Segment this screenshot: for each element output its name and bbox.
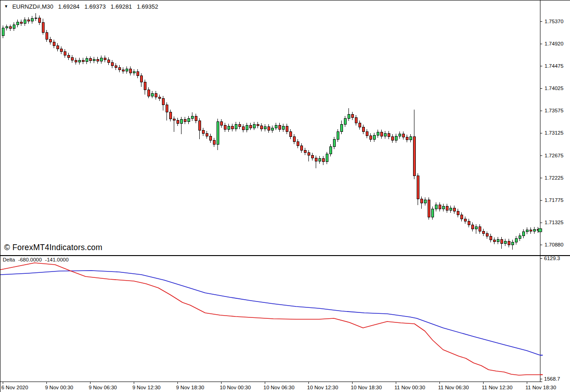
price-tick-label: 1.73125 <box>545 130 564 136</box>
time-tick-label: 9 Nov 00:30 <box>45 385 73 390</box>
quote-open: 1.69284 <box>58 3 80 10</box>
time-tick-label: 10 Nov 18:30 <box>351 385 382 390</box>
time-axis[interactable]: 6 Nov 20209 Nov 00:309 Nov 06:309 Nov 12… <box>1 382 556 390</box>
time-tick-label: 9 Nov 06:30 <box>89 385 117 390</box>
indicator-name-label: Delta -680.0000 -141.0000 <box>3 257 71 262</box>
mt4-chart-window: 1.753701.749201.744751.740251.735751.731… <box>0 0 570 392</box>
indicator-value-2: -141.0000 <box>45 257 69 262</box>
price-tick-label: 1.70880 <box>545 242 564 247</box>
delta-slow-blue <box>0 271 540 355</box>
time-tick-label: 11 Nov 06:30 <box>438 385 469 390</box>
chart-canvas[interactable]: 1.753701.749201.744751.740251.735751.731… <box>0 0 570 392</box>
quote-high: 1.69373 <box>84 3 106 10</box>
price-tick-label: 1.74475 <box>545 63 564 69</box>
time-tick-label: 11 Nov 12:30 <box>482 385 513 390</box>
indicator-name: Delta <box>3 257 15 262</box>
indicator-tick-label: 6129.3 <box>544 256 560 261</box>
indicator-line-series <box>0 263 543 375</box>
price-tick-label: 1.72225 <box>545 175 564 181</box>
indicator-axis[interactable]: 6129.31568.7 <box>540 256 560 382</box>
time-tick-label: 11 Nov 18:30 <box>525 385 556 390</box>
price-tick-label: 1.74025 <box>545 85 564 91</box>
delta-fast-red <box>0 263 540 375</box>
symbol-period-label: EURNZD#,M30 <box>12 3 53 10</box>
price-tick-label: 1.72675 <box>545 153 564 158</box>
symbol-dropdown-triangle-icon[interactable]: ▼ <box>4 4 8 9</box>
chart-title-bar: ▼EURNZD#,M30 1.69284 1.69373 1.69281 1.6… <box>4 3 161 10</box>
time-tick-label: 6 Nov 2020 <box>1 385 28 390</box>
watermark-text: © ForexMT4Indicators.com <box>4 243 102 252</box>
time-tick-label: 10 Nov 12:30 <box>307 385 338 390</box>
price-tick-label: 1.71325 <box>545 220 564 225</box>
price-tick-label: 1.75370 <box>545 19 564 24</box>
price-axis[interactable]: 1.753701.749201.744751.740251.735751.731… <box>538 19 564 247</box>
time-tick-label: 9 Nov 18:30 <box>176 385 204 390</box>
indicator-value-1: -680.0000 <box>18 257 42 262</box>
price-tick-label: 1.73575 <box>545 108 564 113</box>
quote-close: 1.69352 <box>137 3 158 10</box>
quote-low: 1.69281 <box>111 3 132 10</box>
price-tick-label: 1.74920 <box>545 41 564 46</box>
chart-frame-lines <box>0 0 570 382</box>
indicator-tick-label: 1568.7 <box>544 376 560 382</box>
time-tick-label: 10 Nov 00:30 <box>220 385 251 390</box>
candlestick-series <box>2 13 539 250</box>
price-tick-label: 1.71775 <box>545 197 564 203</box>
time-tick-label: 10 Nov 06:30 <box>263 385 294 390</box>
time-tick-label: 11 Nov 00:30 <box>394 385 425 390</box>
time-tick-label: 9 Nov 12:30 <box>132 385 161 390</box>
